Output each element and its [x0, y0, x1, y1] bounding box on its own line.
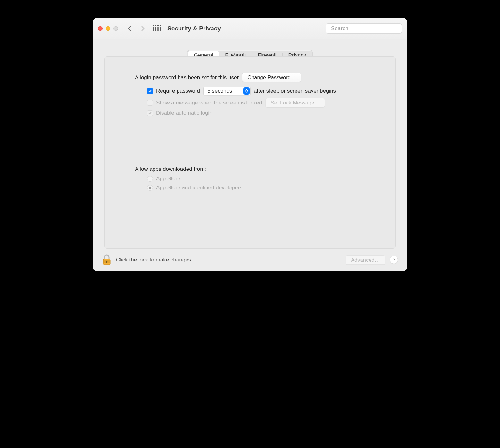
- show-all-button[interactable]: [152, 24, 161, 33]
- change-password-button[interactable]: Change Password…: [242, 73, 301, 82]
- require-password-label: Require password: [156, 88, 200, 94]
- window-controls: [98, 26, 118, 31]
- radio-app-store-label: App Store: [156, 176, 180, 182]
- svg-line-1: [329, 29, 329, 29]
- allow-apps-heading: Allow apps downloaded from:: [135, 166, 206, 172]
- popup-arrows-icon: [243, 87, 250, 95]
- require-password-delay-value: 5 seconds: [207, 88, 232, 94]
- require-password-delay-popup[interactable]: 5 seconds: [203, 87, 251, 95]
- show-lock-message-label: Show a message when the screen is locked: [156, 100, 262, 106]
- lock-hint-text: Click the lock to make changes.: [116, 257, 193, 263]
- lock-icon: [102, 254, 112, 266]
- login-password-set-text: A login password has been set for this u…: [135, 74, 239, 81]
- divider: [105, 158, 395, 158]
- search-input[interactable]: [331, 25, 399, 32]
- lock-button[interactable]: [102, 254, 112, 266]
- after-sleep-label: after sleep or screen saver begins: [254, 88, 336, 94]
- radio-app-store-and-developers: [147, 185, 153, 191]
- window-title: Security & Privacy: [167, 25, 221, 32]
- disable-auto-login-checkbox: [147, 110, 153, 116]
- search-field[interactable]: [326, 23, 402, 34]
- footer: Click the lock to make changes. Advanced…: [93, 249, 407, 271]
- grid-icon: [153, 25, 160, 32]
- require-password-checkbox[interactable]: [147, 88, 153, 94]
- radio-app-store-and-developers-label: App Store and identified developers: [156, 185, 242, 191]
- minimize-window-button[interactable]: [106, 26, 110, 31]
- search-icon: [329, 26, 329, 31]
- toolbar: Security & Privacy: [93, 18, 407, 39]
- nav-forward-button: [138, 24, 147, 33]
- zoom-window-button: [113, 26, 118, 31]
- chevron-right-icon: [141, 26, 145, 31]
- advanced-button: Advanced…: [346, 255, 385, 265]
- show-lock-message-checkbox: [147, 100, 153, 106]
- set-lock-message-button: Set Lock Message…: [265, 98, 325, 107]
- disable-auto-login-label: Disable automatic login: [156, 110, 213, 116]
- pane-body: General FileVault Firewall Privacy A log…: [93, 39, 407, 249]
- nav-back-button[interactable]: [125, 24, 134, 33]
- svg-rect-7: [106, 261, 107, 263]
- general-pane: A login password has been set for this u…: [104, 56, 396, 249]
- help-button[interactable]: ?: [390, 256, 398, 264]
- checkmark-icon: [148, 111, 152, 115]
- radio-app-store: [147, 176, 153, 182]
- close-window-button[interactable]: [98, 26, 103, 31]
- checkmark-icon: [148, 89, 152, 93]
- preferences-window: Security & Privacy General FileVault Fir…: [93, 18, 407, 271]
- chevron-left-icon: [127, 26, 132, 31]
